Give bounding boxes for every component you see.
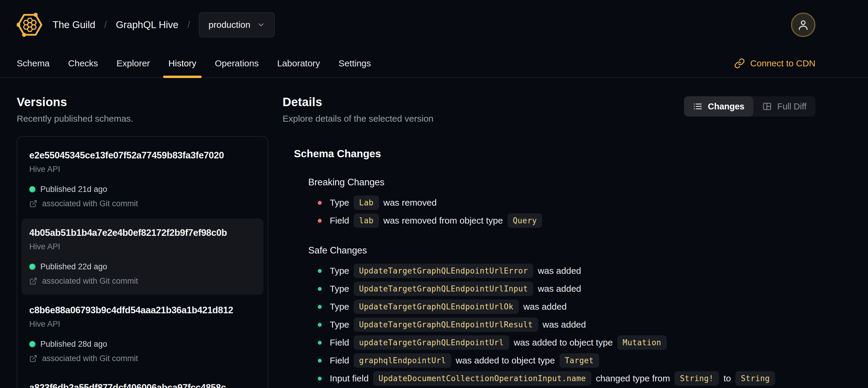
view-toggle: Changes Full Diff (684, 96, 815, 117)
view-toggle-changes[interactable]: Changes (684, 96, 753, 117)
details-title: Details (283, 95, 433, 109)
tab-explorer[interactable]: Explorer (111, 49, 155, 78)
tab-label: Checks (68, 58, 98, 68)
breadcrumb: The Guild / GraphQL Hive / (53, 19, 190, 30)
version-git-row[interactable]: associated with Git commit (29, 199, 256, 208)
bullet-icon (318, 287, 322, 291)
version-status-text: Published 21d ago (40, 185, 107, 194)
change-text: Type (330, 266, 349, 276)
change-text: was added (538, 284, 581, 294)
breadcrumb-project[interactable]: GraphQL Hive (116, 19, 179, 30)
tab-label: Explorer (117, 58, 150, 68)
bullet-icon (318, 219, 322, 223)
change-list: TypeUpdateTargetGraphQLEndpointUrlErrorw… (308, 264, 815, 388)
change-code-chip: UpdateTargetGraphQLEndpointUrlOk (354, 300, 519, 314)
change-row: Input fieldUpdateDocumentCollectionOpera… (318, 371, 815, 386)
version-git-text: associated with Git commit (42, 276, 138, 286)
change-section: Safe Changes TypeUpdateTargetGraphQLEndp… (308, 245, 815, 388)
version-git-row[interactable]: associated with Git commit (29, 354, 256, 363)
hive-logo-icon[interactable] (17, 12, 43, 37)
version-hash: 4b05ab51b1b4a7e2e4b0ef82172f2b9f7ef98c0b (29, 228, 256, 238)
target-selector[interactable]: production (199, 12, 275, 37)
nav-tabs: Schema Checks Explorer History Operation… (11, 49, 384, 78)
change-text: to (723, 374, 731, 384)
external-link-icon (29, 355, 37, 363)
breadcrumb-org[interactable]: The Guild (53, 19, 95, 30)
user-icon (797, 19, 809, 31)
chevron-down-icon (257, 21, 265, 29)
connect-to-cdn-label: Connect to CDN (750, 58, 815, 68)
bullet-icon (318, 323, 322, 327)
version-card[interactable]: c8b6e88a06793b9c4dfd54aaa21b36a1b421d812… (22, 296, 264, 372)
version-service: Hive API (29, 165, 256, 174)
change-row: Fieldlabwas removed from object typeQuer… (318, 213, 815, 228)
version-card[interactable]: 4b05ab51b1b4a7e2e4b0ef82172f2b9f7ef98c0b… (22, 218, 264, 295)
tab-operations[interactable]: Operations (209, 49, 264, 78)
change-text: was added (538, 266, 581, 276)
external-link-icon (29, 200, 37, 208)
section-title: Safe Changes (308, 245, 815, 256)
change-text: Field (330, 337, 349, 348)
change-code-chip: Target (559, 353, 599, 368)
topbar: The Guild / GraphQL Hive / production (0, 0, 868, 50)
version-status-row: Published 28d ago (29, 339, 256, 349)
versions-title: Versions (17, 95, 268, 109)
change-code-chip: Query (507, 213, 542, 228)
version-git-text: associated with Git commit (42, 199, 138, 208)
version-status-text: Published 22d ago (40, 262, 107, 271)
main-content: Versions Recently published schemas. e2e… (0, 78, 868, 388)
version-git-row[interactable]: associated with Git commit (29, 276, 256, 286)
change-code-chip: graphqlEndpointUrl (354, 353, 451, 368)
change-code-chip: UpdateTargetGraphQLEndpointUrlError (354, 264, 533, 278)
tab-schema[interactable]: Schema (11, 49, 55, 78)
change-code-chip: String (735, 371, 775, 386)
version-service: Hive API (29, 320, 256, 329)
tab-settings[interactable]: Settings (333, 49, 376, 78)
main-nav: Schema Checks Explorer History Operation… (0, 50, 868, 78)
change-code-chip: String! (675, 371, 719, 386)
tab-label: Laboratory (277, 58, 320, 68)
bullet-icon (318, 201, 322, 205)
change-row: TypeUpdateTargetGraphQLEndpointUrlErrorw… (318, 264, 815, 278)
bullet-icon (318, 269, 322, 273)
app-header: The Guild / GraphQL Hive / production Sc… (0, 0, 868, 78)
change-row: FieldupdateTargetGraphQLEndpointUrlwas a… (318, 335, 815, 350)
change-text: was added (523, 302, 567, 312)
change-text: Type (330, 320, 349, 330)
list-icon (693, 101, 703, 111)
tab-checks[interactable]: Checks (63, 49, 103, 78)
schema-changes-title: Schema Changes (294, 148, 815, 160)
breadcrumb-separator: / (187, 20, 190, 30)
change-row: TypeUpdateTargetGraphQLEndpointUrlInputw… (318, 281, 815, 296)
connect-to-cdn-button[interactable]: Connect to CDN (734, 58, 815, 69)
view-toggle-changes-label: Changes (708, 101, 744, 112)
details-subtitle: Explore details of the selected version (283, 114, 433, 124)
version-list: e2e55045345ce13fe07f52a77459b83fa3fe7020… (17, 136, 268, 388)
version-card[interactable]: a823f6db2a55df877dcf406006abca97fcc4858c… (22, 374, 264, 388)
change-text: was removed (383, 198, 437, 208)
version-hash: c8b6e88a06793b9c4dfd54aaa21b36a1b421d812 (29, 305, 256, 316)
details-heading-block: Details Explore details of the selected … (283, 95, 433, 124)
link-icon (734, 58, 745, 69)
section-title: Breaking Changes (308, 177, 815, 188)
change-text: was removed from object type (383, 215, 503, 226)
user-menu-button[interactable] (791, 12, 815, 37)
split-columns-icon (762, 101, 772, 111)
change-row: TypeLabwas removed (318, 196, 815, 210)
tab-laboratory[interactable]: Laboratory (272, 49, 325, 78)
change-text: Field (330, 355, 349, 365)
change-code-chip: updateTargetGraphQLEndpointUrl (354, 335, 509, 350)
change-text: was added to object type (514, 337, 613, 348)
change-code-chip: lab (354, 213, 379, 228)
change-text: Input field (330, 374, 369, 384)
change-row: TypeUpdateTargetGraphQLEndpointUrlResult… (318, 318, 815, 332)
details-header: Details Explore details of the selected … (283, 95, 815, 124)
tab-history[interactable]: History (163, 49, 202, 78)
change-code-chip: Mutation (617, 335, 667, 350)
change-list: TypeLabwas removed Fieldlabwas removed f… (308, 196, 815, 228)
version-card[interactable]: e2e55045345ce13fe07f52a77459b83fa3fe7020… (22, 141, 264, 217)
version-git-text: associated with Git commit (42, 354, 138, 363)
view-toggle-full-diff[interactable]: Full Diff (753, 96, 815, 117)
view-toggle-full-diff-label: Full Diff (777, 101, 806, 112)
bullet-icon (318, 377, 322, 381)
